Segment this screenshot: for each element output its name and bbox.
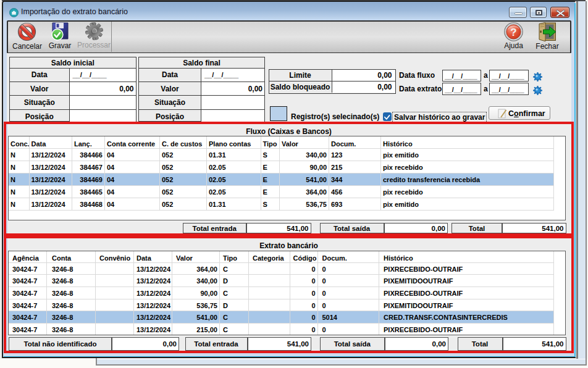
svg-text:?: ?: [510, 27, 516, 38]
